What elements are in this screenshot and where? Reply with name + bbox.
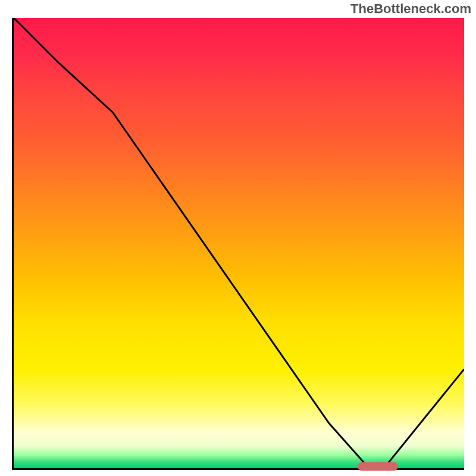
bottleneck-curve [14,18,464,468]
chart-container: TheBottleneck.com [0,0,476,476]
watermark-text: TheBottleneck.com [350,1,471,17]
optimum-marker [358,462,398,471]
plot-area [12,18,464,470]
